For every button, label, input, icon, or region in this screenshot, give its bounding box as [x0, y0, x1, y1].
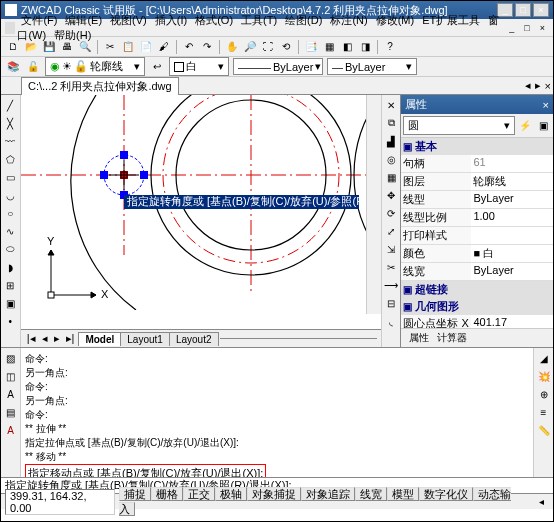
- status-toggle[interactable]: 对象追踪: [301, 487, 355, 501]
- prop-row[interactable]: 图层轮廓线: [401, 173, 553, 191]
- spline-icon[interactable]: ∿: [2, 223, 18, 239]
- menu-item[interactable]: 编辑(E): [61, 13, 106, 27]
- props-icon[interactable]: 📑: [303, 39, 319, 55]
- prop-tab-calc[interactable]: 计算器: [437, 331, 467, 345]
- tab-close[interactable]: ×: [543, 80, 553, 92]
- layer-state-icon[interactable]: 🔓: [25, 59, 41, 75]
- insert-icon[interactable]: ⊞: [2, 277, 18, 293]
- tool1-icon[interactable]: ▦: [321, 39, 337, 55]
- object-type-dropdown[interactable]: 圆 ▾: [403, 116, 515, 135]
- zoom-icon[interactable]: 🔎: [242, 39, 258, 55]
- new-icon[interactable]: 🗋: [5, 39, 21, 55]
- model-tab[interactable]: Layout2: [169, 332, 219, 346]
- tab-last[interactable]: ▸|: [64, 332, 77, 345]
- stretch-icon[interactable]: ⇲: [383, 241, 399, 257]
- match-icon[interactable]: 🖌: [156, 39, 172, 55]
- status-toggle[interactable]: 正交: [183, 487, 215, 501]
- help-icon[interactable]: ?: [382, 39, 398, 55]
- status-toggle[interactable]: 栅格: [151, 487, 183, 501]
- model-tab[interactable]: Layout1: [120, 332, 170, 346]
- fillet-icon[interactable]: ◟: [383, 313, 399, 329]
- arc-icon[interactable]: ◡: [2, 187, 18, 203]
- block-icon[interactable]: ▣: [2, 295, 18, 311]
- layer-dropdown[interactable]: ◉☀🔓 轮廓线 ▾: [45, 57, 145, 76]
- close-button[interactable]: ×: [533, 3, 549, 17]
- save-icon[interactable]: 💾: [41, 39, 57, 55]
- move-icon[interactable]: ✥: [383, 187, 399, 203]
- hatch-icon[interactable]: ▨: [3, 350, 19, 366]
- pan-icon[interactable]: ✋: [224, 39, 240, 55]
- cut-icon[interactable]: ✂: [102, 39, 118, 55]
- tab-scroll-left[interactable]: ◂: [523, 79, 533, 92]
- copy-icon[interactable]: 📋: [120, 39, 136, 55]
- rect-icon[interactable]: ▭: [2, 169, 18, 185]
- break-icon[interactable]: ⊟: [383, 295, 399, 311]
- coords-display[interactable]: 399.31, 164.32, 0.00: [5, 489, 115, 515]
- prop-tab-props[interactable]: 属性: [409, 331, 429, 345]
- prop-row[interactable]: 线宽ByLayer: [401, 263, 553, 281]
- status-toggle[interactable]: 模型: [387, 487, 419, 501]
- menu-item[interactable]: ET扩展工具: [418, 13, 484, 27]
- tab-prev[interactable]: ◂: [40, 332, 50, 345]
- lineweight-dropdown[interactable]: — ByLayer ▾: [327, 58, 417, 75]
- prop-close-icon[interactable]: ×: [543, 99, 549, 111]
- status-toggle[interactable]: 数字化仪: [419, 487, 473, 501]
- array-icon[interactable]: ▦: [383, 169, 399, 185]
- layer-prev-icon[interactable]: ↩: [149, 59, 165, 75]
- tab-next[interactable]: ▸: [52, 332, 62, 345]
- copy2-icon[interactable]: ⧉: [383, 115, 399, 131]
- preview-icon[interactable]: 🔍: [77, 39, 93, 55]
- prop-row[interactable]: 线型比例1.00: [401, 209, 553, 227]
- scale-icon[interactable]: ⤢: [383, 223, 399, 239]
- table-icon[interactable]: ▤: [3, 404, 19, 420]
- point-icon[interactable]: •: [2, 313, 18, 329]
- layer-props-icon[interactable]: 📚: [5, 59, 21, 75]
- undo-icon[interactable]: ↶: [181, 39, 197, 55]
- zoom-prev-icon[interactable]: ⟲: [278, 39, 294, 55]
- command-history[interactable]: 命令:另一角点:命令:另一角点:命令:** 拉伸 **指定拉伸点或 [基点(B)…: [21, 348, 533, 477]
- menu-item[interactable]: 视图(V): [106, 13, 151, 27]
- tool3-icon[interactable]: ◨: [357, 39, 373, 55]
- menu-item[interactable]: 格式(O): [191, 13, 237, 27]
- print-icon[interactable]: 🖶: [59, 39, 75, 55]
- status-arrow[interactable]: ◂: [533, 494, 549, 510]
- prop-row[interactable]: 句柄61: [401, 155, 553, 173]
- linetype-dropdown[interactable]: ——— ByLayer ▾: [233, 58, 323, 75]
- status-toggle[interactable]: 极轴: [215, 487, 247, 501]
- text-icon[interactable]: A: [3, 386, 19, 402]
- child-restore[interactable]: □: [520, 23, 533, 33]
- mirror-icon[interactable]: ▟: [383, 133, 399, 149]
- region-icon[interactable]: ◫: [3, 368, 19, 384]
- menu-item[interactable]: 修改(M): [372, 13, 419, 27]
- align-icon[interactable]: ≡: [536, 404, 552, 420]
- tab-first[interactable]: |◂: [25, 332, 38, 345]
- child-minimize[interactable]: _: [505, 23, 518, 33]
- cat-hyperlink[interactable]: ▣ 超链接: [401, 281, 553, 298]
- prop-row[interactable]: 线型ByLayer: [401, 191, 553, 209]
- drawing-canvas[interactable]: X Y: [21, 95, 381, 329]
- prop-row[interactable]: 打印样式: [401, 227, 553, 245]
- menu-item[interactable]: 文件(F): [17, 13, 61, 27]
- measure-icon[interactable]: 📏: [536, 422, 552, 438]
- zoom-window-icon[interactable]: ⛶: [260, 39, 276, 55]
- erase-icon[interactable]: ✕: [383, 97, 399, 113]
- maximize-button[interactable]: □: [515, 3, 531, 17]
- status-toggle[interactable]: 线宽: [355, 487, 387, 501]
- rotate2-icon[interactable]: ⟳: [383, 205, 399, 221]
- trim-icon[interactable]: ✂: [383, 259, 399, 275]
- explode-icon[interactable]: 💥: [536, 368, 552, 384]
- circle-icon[interactable]: ○: [2, 205, 18, 221]
- polygon-icon[interactable]: ⬠: [2, 151, 18, 167]
- offset-icon[interactable]: ◎: [383, 151, 399, 167]
- mtext-icon[interactable]: A: [3, 422, 19, 438]
- menu-item[interactable]: 插入(I): [151, 13, 191, 27]
- redo-icon[interactable]: ↷: [199, 39, 215, 55]
- paste-icon[interactable]: 📄: [138, 39, 154, 55]
- quick-select-icon[interactable]: ⚡: [517, 118, 533, 134]
- extend-icon[interactable]: ⟶: [383, 277, 399, 293]
- menu-item[interactable]: 绘图(D): [281, 13, 326, 27]
- pick-icon[interactable]: ▣: [535, 118, 551, 134]
- prop-row[interactable]: 圆心点坐标 X401.17: [401, 315, 553, 328]
- xline-icon[interactable]: ╳: [2, 115, 18, 131]
- prop-row[interactable]: 颜色■ 白: [401, 245, 553, 263]
